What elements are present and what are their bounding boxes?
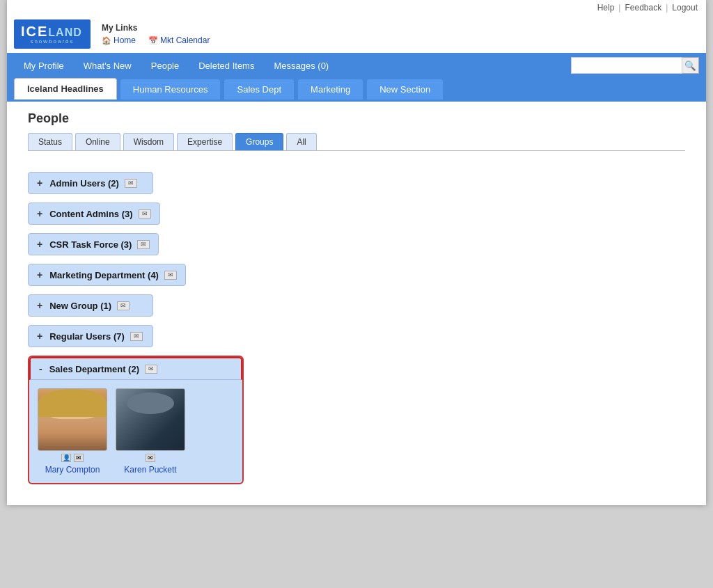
subtab-online[interactable]: Online xyxy=(75,133,120,150)
nav-people[interactable]: People xyxy=(141,53,189,78)
subtab-groups[interactable]: Groups xyxy=(235,133,283,150)
mkt-calendar-link[interactable]: 📅 Mkt Calendar xyxy=(148,35,210,45)
mail-icon: ✉ xyxy=(139,209,151,218)
main-content: People Status Online Wisdom Expertise Gr… xyxy=(14,102,699,505)
home-link[interactable]: 🏠 Home xyxy=(102,35,136,45)
group-expand-icon: + xyxy=(37,269,42,280)
tabs-bar: Iceland Headlines Human Resources Sales … xyxy=(7,78,706,102)
top-utility-bar: Help | Feedback | Logout xyxy=(7,0,706,15)
nav-links: My Profile What's New People Deleted Ite… xyxy=(14,53,571,78)
group-name: Content Admins (3) xyxy=(49,209,132,219)
tab-human-resources[interactable]: Human Resources xyxy=(120,79,221,100)
subtab-wisdom[interactable]: Wisdom xyxy=(123,133,174,150)
person-action-icons-karen: ✉ xyxy=(146,454,155,462)
group-members: 👤 ✉ Mary Compton ✉ xyxy=(29,380,242,483)
mail-icon: ✉ xyxy=(145,365,157,374)
mail-icon: ✉ xyxy=(164,271,177,280)
nav-bar: My Profile What's New People Deleted Ite… xyxy=(7,53,706,78)
group-admin-users[interactable]: + Admin Users (2) ✉ xyxy=(28,172,153,194)
group-expand-icon: + xyxy=(37,300,42,311)
subtab-expertise[interactable]: Expertise xyxy=(177,133,233,150)
person-photo-mary[interactable] xyxy=(38,388,107,451)
my-links-section: My Links 🏠 Home 📅 Mkt Calendar xyxy=(102,23,210,45)
nav-whats-new[interactable]: What's New xyxy=(74,53,141,78)
group-name: Admin Users (2) xyxy=(49,178,119,189)
mail-icon: ✉ xyxy=(117,301,130,310)
collapse-icon: - xyxy=(39,363,42,374)
separator2: | xyxy=(666,3,668,13)
sub-tabs: Status Online Wisdom Expertise Groups Al… xyxy=(28,133,685,151)
mail-icon: ✉ xyxy=(130,332,143,341)
group-regular-users[interactable]: + Regular Users (7) ✉ xyxy=(28,325,153,347)
search-box: 🔍 xyxy=(571,57,699,74)
logo-land: LAND xyxy=(48,26,81,39)
group-name: Regular Users (7) xyxy=(49,331,125,342)
group-name: New Group (1) xyxy=(49,301,111,311)
person-action-icons: 👤 ✉ xyxy=(61,454,84,462)
groups-list: + Admin Users (2) ✉ + Content Admins (3)… xyxy=(28,165,685,491)
nav-deleted-items[interactable]: Deleted Items xyxy=(189,53,264,78)
tab-iceland-headlines[interactable]: Iceland Headlines xyxy=(14,78,117,100)
page-title: People xyxy=(28,111,685,126)
group-expand-icon: + xyxy=(37,177,42,189)
logout-link[interactable]: Logout xyxy=(672,3,698,13)
person-mail-icon-karen[interactable]: ✉ xyxy=(146,454,155,462)
group-sales-dept-expanded: - Sales Department (2) ✉ xyxy=(28,356,244,484)
mail-icon: ✉ xyxy=(125,179,137,188)
separator1: | xyxy=(618,3,620,13)
group-sales-dept-header[interactable]: - Sales Department (2) ✉ xyxy=(29,357,242,380)
person-name-karen[interactable]: Karen Puckett xyxy=(124,465,176,475)
search-button[interactable]: 🔍 xyxy=(682,57,699,74)
mkt-calendar-label: Mkt Calendar xyxy=(160,35,210,45)
person-karen-puckett: ✉ Karen Puckett xyxy=(116,388,185,475)
home-label: Home xyxy=(113,35,136,45)
mail-icon: ✉ xyxy=(137,240,150,249)
group-expand-icon: + xyxy=(37,239,42,250)
group-new-group[interactable]: + New Group (1) ✉ xyxy=(28,294,153,317)
person-photo-karen[interactable] xyxy=(116,388,185,451)
person-profile-icon[interactable]: 👤 xyxy=(61,454,71,462)
logo-ice: ICE xyxy=(21,24,48,40)
group-name: Marketing Department (4) xyxy=(49,270,159,280)
person-mary-compton: 👤 ✉ Mary Compton xyxy=(38,388,107,475)
search-input[interactable] xyxy=(571,57,682,74)
nav-messages[interactable]: Messages (0) xyxy=(264,53,338,78)
subtab-all[interactable]: All xyxy=(286,133,316,150)
group-expand-icon: + xyxy=(37,208,42,219)
group-content-admins[interactable]: + Content Admins (3) ✉ xyxy=(28,202,160,225)
logo-tagline: snowboards xyxy=(21,38,84,45)
tab-new-section[interactable]: New Section xyxy=(366,79,444,100)
group-expand-icon: + xyxy=(37,331,42,342)
tab-marketing[interactable]: Marketing xyxy=(297,79,363,100)
quick-links-bar: 🏠 Home 📅 Mkt Calendar xyxy=(102,35,210,45)
my-links-label: My Links xyxy=(102,23,210,33)
tab-sales-dept[interactable]: Sales Dept xyxy=(224,79,295,100)
logo: ICE LAND snowboards xyxy=(14,19,91,49)
person-name-mary[interactable]: Mary Compton xyxy=(45,465,100,475)
group-sales-name: Sales Department (2) xyxy=(49,364,139,374)
help-link[interactable]: Help xyxy=(597,3,615,13)
group-csr-task-force[interactable]: + CSR Task Force (3) ✉ xyxy=(28,233,159,255)
subtab-status[interactable]: Status xyxy=(28,133,72,150)
nav-my-profile[interactable]: My Profile xyxy=(14,53,74,78)
group-expanded-container: - Sales Department (2) ✉ xyxy=(28,356,244,484)
person-mail-icon[interactable]: ✉ xyxy=(74,454,84,462)
group-marketing-dept[interactable]: + Marketing Department (4) ✉ xyxy=(28,264,186,286)
group-name: CSR Task Force (3) xyxy=(49,239,132,250)
feedback-link[interactable]: Feedback xyxy=(625,3,661,13)
